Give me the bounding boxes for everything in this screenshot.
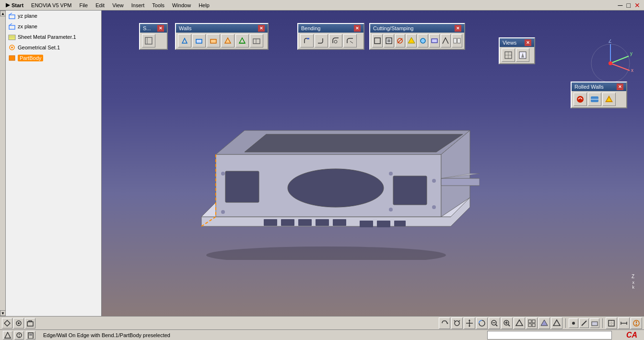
measure-btn[interactable] [618,317,630,329]
select-dot-btn[interactable] [569,318,578,328]
maximize-button[interactable]: □ [625,1,632,9]
menu-help[interactable]: Help [195,1,213,9]
select-line-btn[interactable] [579,318,589,328]
bending-panel: Bending ✕ [297,23,364,50]
status-icon-1[interactable] [3,331,12,340]
wall-tool-2[interactable] [192,34,206,47]
search-input[interactable] [487,331,612,340]
menu-file[interactable]: File [75,1,92,9]
views-panel-body [500,47,534,63]
toolbar-btn-3[interactable] [25,318,35,328]
view-pan-btn[interactable] [464,317,475,329]
cut-tool-2[interactable] [384,34,394,47]
scroll-up-arrow[interactable]: ▲ [0,11,6,16]
cut-tool-7[interactable] [441,34,451,47]
bend-tool-3[interactable] [329,34,342,47]
view-zoom-in-btn[interactable] [501,317,513,329]
walls-panel-close[interactable]: ✕ [258,25,265,32]
walls-panel-title: Walls [179,25,191,31]
viewport[interactable]: x y Z [96,11,644,316]
bending-panel-close[interactable]: ✕ [354,25,361,32]
view-tool-2[interactable] [516,48,529,62]
cut-tool-8[interactable] [452,34,462,47]
view-normal-btn[interactable] [514,317,525,329]
view-grid-btn[interactable] [526,317,538,329]
toolbar-btn-1[interactable] [2,318,12,328]
rolled-walls-panel-close[interactable]: ✕ [617,83,623,90]
cutting-panel-header[interactable]: Cutting/Stamping ✕ [370,24,464,33]
rolled-walls-panel-header[interactable]: Rolled Walls ✕ [572,82,626,91]
walls-panel-header[interactable]: Walls ✕ [176,24,268,33]
views-panel-header[interactable]: Views ✕ [500,38,534,47]
cut-tool-3[interactable] [395,34,406,47]
close-button[interactable]: ✕ [632,1,642,9]
tree-item-yz-plane[interactable]: yz plane [6,11,101,21]
tree-item-geo-set[interactable]: Geometrical Set.1 [6,42,101,53]
bending-panel-header[interactable]: Bending ✕ [298,24,363,33]
select-plane-btn[interactable] [590,318,599,328]
tree-item-sheet-metal[interactable]: Sheet Metal Parameter.1 [6,32,101,42]
cut-tool-4[interactable] [406,34,417,47]
cutting-panel-close[interactable]: ✕ [455,25,461,32]
svg-marker-101 [553,320,560,326]
wall-tool-5[interactable] [235,34,249,47]
snap-btn[interactable] [606,317,617,329]
bend-tool-4[interactable] [343,34,357,47]
wall-tool-3[interactable] [207,34,220,47]
rolled-tool-2[interactable] [588,93,601,106]
view-tool-1[interactable] [502,48,515,62]
cutting-panel-body [370,33,464,49]
menu-window[interactable]: Window [168,1,195,9]
sheet-tool-1[interactable] [142,34,155,47]
svg-line-90 [496,325,497,326]
rolled-tool-3[interactable] [602,93,616,106]
walls-panel-body [176,33,268,49]
cut-tool-6[interactable] [429,34,440,47]
status-icon-2[interactable] [14,331,24,340]
view-shade-btn[interactable] [539,317,550,329]
svg-marker-51 [239,38,245,43]
wall-tool-6[interactable] [250,34,263,47]
tree-item-zx-plane[interactable]: zx plane [6,21,101,32]
sheet-panel-close[interactable]: ✕ [157,25,164,32]
minimize-button[interactable]: ─ [616,1,625,9]
bend-tool-1[interactable] [300,34,314,47]
tree-item-partbody[interactable]: PartBody [6,53,101,63]
toolbar-btn-2[interactable] [13,318,24,328]
wall-tool-4[interactable] [221,34,234,47]
view-fit-btn[interactable] [451,317,463,329]
menu-enovia[interactable]: ENOVIA V5 VPM [27,1,75,9]
view-zoom-out-btn[interactable] [489,317,500,329]
partbody-label: PartBody [18,55,43,61]
view-rotate2-btn[interactable] [476,317,488,329]
menu-view[interactable]: View [108,1,128,9]
cut-tool-5[interactable] [418,34,428,47]
sheet-panel-header[interactable]: S... ✕ [140,24,167,33]
status-icon-3[interactable] [26,331,35,340]
view-wire-btn[interactable] [551,317,562,329]
wall-tool-1[interactable] [178,34,191,47]
svg-point-103 [572,322,575,325]
svg-point-37 [432,205,436,209]
view-rotate-btn[interactable] [439,317,450,329]
cut-tool-1[interactable] [372,34,383,47]
svg-rect-57 [375,38,380,44]
left-scrollbar: ▲ ▼ [0,11,6,316]
svg-rect-65 [454,38,457,43]
rolled-tool-1[interactable] [574,93,587,106]
menu-tools[interactable]: Tools [148,1,168,9]
views-panel-close[interactable]: ✕ [525,39,531,46]
svg-marker-86 [468,326,470,327]
menu-insert[interactable]: Insert [128,1,149,9]
tree-panel: yz plane zx plane Sheet Metal Parameter.… [6,11,102,316]
menu-edit[interactable]: Edit [92,1,108,9]
svg-marker-47 [182,38,187,43]
svg-rect-25 [360,221,373,227]
start-button[interactable]: ▶ Start [2,1,27,9]
geo-set-label: Geometrical Set.1 [18,45,60,50]
svg-rect-29 [225,171,259,202]
scroll-down-arrow[interactable]: ▼ [0,310,6,316]
analysis-btn[interactable] [631,317,642,329]
svg-point-7 [11,47,13,48]
bend-tool-2[interactable] [315,34,328,47]
